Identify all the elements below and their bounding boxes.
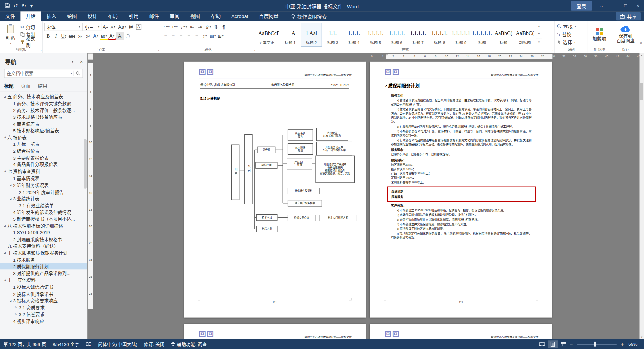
- flowchart-node-archive[interactable]: 建立用户服务档案: [288, 200, 322, 207]
- page-124-partial[interactable]: 回回 盘锦中亚石油技术有限公司——投标文件: [370, 324, 552, 339]
- nav-heading-item[interactable]: 九 技术支持资料（确认）: [0, 242, 87, 249]
- ribbon-tab[interactable]: Acrobat: [226, 11, 254, 21]
- show-marks-button[interactable]: ¶: [220, 23, 227, 31]
- search-options-dropdown-icon[interactable]: ▾: [71, 72, 72, 75]
- nav-tab[interactable]: 页面: [21, 81, 30, 91]
- page-122[interactable]: 回回 盘锦中亚石油技术有限公司——投标文件 .2 质保期服务计划 服务文化 a)…: [370, 62, 552, 318]
- grow-font-button[interactable]: A▲: [102, 23, 109, 31]
- nav-heading-item[interactable]: ◢ 3 业绩统计表: [0, 195, 87, 202]
- flowchart-node-user[interactable]: 用户: [231, 145, 240, 200]
- ribbon-tab[interactable]: 绘图: [62, 11, 82, 21]
- nav-heading-item[interactable]: ◢ 2 近年财务状况表: [0, 181, 87, 188]
- nav-heading-item[interactable]: 3 对所提供的产品承诺做到...: [0, 270, 87, 276]
- vertical-ruler[interactable]: 246810121416182022242628: [87, 60, 93, 339]
- nav-pane-close-icon[interactable]: ×: [80, 59, 83, 65]
- style-item[interactable]: 1.1. 标题 3: [322, 23, 343, 47]
- nav-heading-item[interactable]: 1 技术服务: [0, 256, 87, 263]
- cut-button[interactable]: ✂剪切: [19, 23, 41, 31]
- style-scroll-down-icon[interactable]: ▼: [536, 30, 542, 38]
- paragraph[interactable]: f) 市场部制定有关细化的服务政策，除主动的巡检服务外，也根据市场需要提供节庆拜…: [391, 232, 532, 240]
- baidu-save-button[interactable]: 保存到 百度网盘: [613, 22, 638, 46]
- ribbon-tab[interactable]: 布局: [103, 11, 123, 21]
- page-121[interactable]: 回回 盘锦中亚石油技术有限公司——投标文件 盘锦中亚石油技术有限公司 售后服务管…: [184, 62, 366, 318]
- ribbon-tab[interactable]: 开始: [20, 11, 41, 21]
- nav-heading-item[interactable]: 2.1 2024年度审计报告: [0, 188, 87, 195]
- ruler-page-area[interactable]: 6422468101214161820222426283032343638404…: [386, 54, 552, 59]
- tab-selector[interactable]: ⌐: [88, 54, 93, 60]
- ribbon-tab[interactable]: 设计: [82, 11, 102, 21]
- enclose-characters-button[interactable]: ㊀: [124, 32, 131, 40]
- expand-collapse-icon[interactable]: ◢: [8, 299, 13, 302]
- subscript-button[interactable]: x₂: [76, 32, 84, 40]
- proofing-status[interactable]: [82, 342, 95, 346]
- expand-collapse-icon[interactable]: ▷: [13, 313, 19, 316]
- bullets-button[interactable]: ⁘≡▾: [162, 23, 170, 31]
- nav-pane-options-icon[interactable]: ▼: [71, 60, 74, 63]
- style-item[interactable]: 1.1.1.1. 标题 8: [429, 23, 450, 47]
- page-body-text[interactable]: 服务文化 a) 管理者代表负责组织策划、提出公司的服务理念，由总经理批准后印发，…: [391, 93, 532, 241]
- undo-icon[interactable]: ↺: [13, 3, 18, 8]
- expand-collapse-icon[interactable]: ◢: [2, 278, 7, 281]
- nav-tab[interactable]: 结果: [38, 81, 47, 91]
- highlighted-heading[interactable]: 改进机制: [391, 190, 531, 194]
- nav-heading-item[interactable]: 4 商务偏差表: [0, 120, 87, 127]
- minimize-button[interactable]: ─: [607, 0, 620, 11]
- paste-button[interactable]: 粘贴 ▾: [2, 22, 19, 46]
- style-item[interactable]: 1.1.1.1. 标题 5: [365, 23, 386, 47]
- ribbon-display-options-icon[interactable]: ⌄: [596, 3, 607, 8]
- nav-heading-item[interactable]: ◢ 六 报价表: [0, 134, 87, 140]
- paragraph[interactable]: e) 市场部每年对顾客进行满意度调查。: [391, 227, 532, 231]
- print-layout-button[interactable]: [548, 340, 558, 348]
- clipboard-dialog-launcher-icon[interactable]: ⌟: [40, 48, 42, 52]
- nav-heading-item[interactable]: 2 综合报价表: [0, 147, 87, 154]
- redo-icon[interactable]: ↻: [22, 3, 26, 8]
- nav-heading-item[interactable]: ▷ 3.2 信誉要求: [0, 311, 87, 317]
- maximize-button[interactable]: □: [619, 0, 632, 11]
- share-button[interactable]: 共享: [616, 12, 641, 21]
- expand-collapse-icon[interactable]: ◢: [2, 136, 7, 139]
- align-center-button[interactable]: ≡: [170, 32, 177, 40]
- flowchart-node-plan[interactable]: 制定专门处理方案: [320, 215, 356, 221]
- indent-marker[interactable]: [385, 54, 389, 56]
- paragraph[interactable]: b) 管理者代表应结合公司实际情况，向顾客做出服务承诺。承诺的内容包括时间上、空…: [391, 107, 532, 124]
- asian-layout-button[interactable]: 文▾: [204, 23, 212, 31]
- service-goal-item[interactable]: 产品一次交付合格率 98%以上；: [391, 171, 532, 176]
- align-left-button[interactable]: ≡: [162, 32, 169, 40]
- flowchart-node-gm[interactable]: 总经理: [257, 147, 275, 153]
- flowchart-node-meeting[interactable]: 组织专题会议: [288, 215, 315, 221]
- style-gallery-more-icon[interactable]: ⊽: [536, 38, 542, 46]
- service-goal-item[interactable]: 顾客满意率≥95%；: [391, 163, 532, 167]
- flowchart-node-supply[interactable]: 补供条件及资料: [288, 188, 320, 194]
- nav-heading-item[interactable]: 1 SY/T 5106-2019: [0, 229, 87, 236]
- ribbon-tab[interactable]: 引用: [123, 11, 144, 21]
- character-shading-button[interactable]: A: [116, 32, 124, 40]
- section-heading[interactable]: 5.15 运转机制: [200, 96, 220, 100]
- zoom-slider[interactable]: [577, 344, 617, 344]
- nav-heading-item[interactable]: 3 技术规格书逐条响应表: [0, 113, 87, 120]
- nav-heading-item[interactable]: 4 初步评审响应: [0, 317, 87, 324]
- qat-customize-icon[interactable]: ▾: [30, 3, 33, 8]
- nav-heading-item[interactable]: 5 制造商授权书（本项目不适...: [0, 215, 87, 222]
- flowchart-node-after-sales[interactable]: 售后人员: [256, 226, 278, 232]
- strikethrough-button[interactable]: abc: [68, 32, 76, 40]
- decrease-indent-button[interactable]: ⇤: [188, 23, 196, 31]
- subheading-service-concept[interactable]: 服务理念：: [391, 148, 532, 152]
- page-header-text[interactable]: 盘锦中亚石油技术有限公司——投标文件: [491, 73, 538, 77]
- line-spacing-button[interactable]: ↕▾: [201, 32, 208, 40]
- style-item[interactable]: 一 A 标题 1: [279, 23, 301, 47]
- read-mode-button[interactable]: [537, 340, 547, 348]
- page-header-text[interactable]: 盘锦中亚石油技术有限公司——投标文件: [304, 73, 352, 77]
- search-icon[interactable]: [76, 71, 81, 76]
- numbering-button[interactable]: 1≡▾: [171, 23, 179, 31]
- paragraph[interactable]: d) 市场部建立并实施保密措施，顾客档案信息不得外泄。: [391, 222, 532, 227]
- paragraph-dialog-launcher-icon[interactable]: ⌟: [253, 48, 255, 52]
- flowchart-node-tech[interactable]: 技术人员: [256, 214, 278, 221]
- paragraph[interactable]: 以服务为基础，以质量为生存，以科技求发展。: [391, 153, 532, 157]
- font-name-combo[interactable]: 宋体▾: [45, 23, 82, 31]
- style-item[interactable]: 1.1.1.1.1 标题 9: [450, 23, 472, 47]
- select-button[interactable]: 选择▾: [556, 38, 586, 46]
- format-painter-button[interactable]: 格式刷: [19, 38, 41, 45]
- flowchart-node-consult[interactable]: 咨询电话 解答: [288, 129, 313, 141]
- underline-button[interactable]: U▾: [60, 32, 67, 40]
- nav-heading-item[interactable]: 2 封隔器采购技术规格书: [0, 236, 87, 242]
